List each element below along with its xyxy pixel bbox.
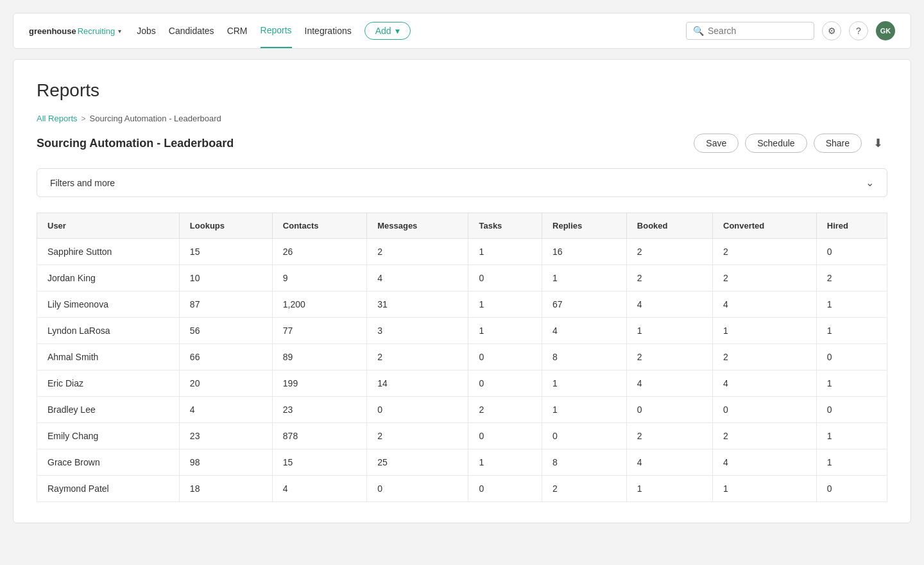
table-row: Grace Brown98152518441 — [37, 449, 887, 476]
col-user: User — [37, 213, 180, 239]
help-button[interactable]: ? — [849, 21, 868, 40]
cell-1-1: 10 — [179, 265, 272, 291]
cell-9-1: 18 — [179, 476, 272, 502]
logo-greenhouse-text: greenhouse — [29, 26, 76, 36]
cell-3-3: 3 — [367, 318, 468, 344]
nav-link-crm[interactable]: CRM — [227, 14, 248, 48]
cell-1-7: 2 — [713, 265, 817, 291]
report-header: Sourcing Automation - Leaderboard Save S… — [37, 134, 887, 153]
filters-panel[interactable]: Filters and more ⌄ — [37, 168, 887, 197]
add-button[interactable]: Add ▾ — [364, 22, 411, 40]
cell-2-4: 1 — [468, 291, 542, 318]
cell-3-2: 77 — [272, 318, 366, 344]
cell-9-0: Raymond Patel — [37, 476, 180, 502]
col-tasks: Tasks — [468, 213, 542, 239]
page-title: Reports — [37, 80, 887, 101]
cell-2-1: 87 — [179, 291, 272, 318]
cell-7-3: 2 — [367, 423, 468, 449]
cell-8-1: 98 — [179, 449, 272, 476]
cell-4-5: 8 — [542, 344, 627, 370]
data-table: User Lookups Contacts Messages Tasks Rep… — [37, 213, 887, 502]
cell-8-7: 4 — [713, 449, 817, 476]
cell-1-2: 9 — [272, 265, 366, 291]
col-hired: Hired — [816, 213, 887, 239]
page-wrapper: greenhouse Recruiting ▾ Jobs Candidates … — [0, 0, 924, 565]
cell-3-1: 56 — [179, 318, 272, 344]
cell-0-6: 2 — [626, 239, 712, 265]
cell-4-7: 2 — [713, 344, 817, 370]
cell-1-4: 0 — [468, 265, 542, 291]
cell-1-3: 4 — [367, 265, 468, 291]
table-row: Lyndon LaRosa5677314111 — [37, 318, 887, 344]
cell-3-0: Lyndon LaRosa — [37, 318, 180, 344]
cell-4-8: 0 — [816, 344, 887, 370]
cell-7-6: 2 — [626, 423, 712, 449]
help-icon: ? — [856, 26, 861, 36]
cell-8-6: 4 — [626, 449, 712, 476]
cell-8-4: 1 — [468, 449, 542, 476]
cell-6-2: 23 — [272, 397, 366, 423]
cell-8-2: 15 — [272, 449, 366, 476]
nav-link-candidates[interactable]: Candidates — [169, 14, 214, 48]
cell-7-4: 0 — [468, 423, 542, 449]
cell-8-3: 25 — [367, 449, 468, 476]
cell-5-2: 199 — [272, 370, 366, 397]
cell-4-0: Ahmal Smith — [37, 344, 180, 370]
cell-9-8: 0 — [816, 476, 887, 502]
cell-6-1: 4 — [179, 397, 272, 423]
cell-0-4: 1 — [468, 239, 542, 265]
table-row: Raymond Patel184002110 — [37, 476, 887, 502]
cell-6-4: 2 — [468, 397, 542, 423]
report-actions: Save Schedule Share ⬇ — [694, 134, 887, 153]
cell-6-8: 0 — [816, 397, 887, 423]
cell-1-5: 1 — [542, 265, 627, 291]
table-row: Lily Simeonova871,20031167441 — [37, 291, 887, 318]
nav-link-integrations[interactable]: Integrations — [305, 14, 352, 48]
breadcrumb-current: Sourcing Automation - Leaderboard — [90, 114, 221, 123]
cell-9-2: 4 — [272, 476, 366, 502]
save-button[interactable]: Save — [694, 134, 739, 153]
share-button[interactable]: Share — [814, 134, 862, 153]
cell-9-4: 0 — [468, 476, 542, 502]
cell-3-8: 1 — [816, 318, 887, 344]
cell-1-6: 2 — [626, 265, 712, 291]
cell-4-4: 0 — [468, 344, 542, 370]
cell-0-8: 0 — [816, 239, 887, 265]
cell-6-3: 0 — [367, 397, 468, 423]
cell-7-1: 23 — [179, 423, 272, 449]
settings-button[interactable]: ⚙ — [822, 21, 841, 40]
schedule-button[interactable]: Schedule — [745, 134, 807, 153]
cell-5-5: 1 — [542, 370, 627, 397]
cell-7-7: 2 — [713, 423, 817, 449]
settings-icon: ⚙ — [828, 26, 836, 36]
nav-logo[interactable]: greenhouse Recruiting ▾ — [29, 26, 121, 36]
cell-0-0: Sapphire Sutton — [37, 239, 180, 265]
nav-link-jobs[interactable]: Jobs — [137, 14, 156, 48]
search-input[interactable] — [708, 26, 807, 36]
cell-6-6: 0 — [626, 397, 712, 423]
table-row: Bradley Lee423021000 — [37, 397, 887, 423]
cell-6-5: 1 — [542, 397, 627, 423]
search-box[interactable]: 🔍 — [686, 22, 814, 40]
col-messages: Messages — [367, 213, 468, 239]
table-body: Sapphire Sutton15262116220Jordan King109… — [37, 239, 887, 502]
filters-chevron-icon: ⌄ — [866, 177, 874, 189]
nav-link-reports[interactable]: Reports — [261, 13, 292, 48]
cell-0-3: 2 — [367, 239, 468, 265]
cell-6-0: Bradley Lee — [37, 397, 180, 423]
cell-8-0: Grace Brown — [37, 449, 180, 476]
cell-7-2: 878 — [272, 423, 366, 449]
cell-5-4: 0 — [468, 370, 542, 397]
avatar[interactable]: GK — [876, 21, 895, 40]
breadcrumb-all-reports-link[interactable]: All Reports — [37, 114, 78, 123]
cell-2-3: 31 — [367, 291, 468, 318]
cell-4-3: 2 — [367, 344, 468, 370]
download-button[interactable]: ⬇ — [868, 134, 887, 153]
table-header-row: User Lookups Contacts Messages Tasks Rep… — [37, 213, 887, 239]
cell-0-7: 2 — [713, 239, 817, 265]
nav-bar: greenhouse Recruiting ▾ Jobs Candidates … — [13, 13, 911, 49]
col-contacts: Contacts — [272, 213, 366, 239]
cell-6-7: 0 — [713, 397, 817, 423]
cell-2-7: 4 — [713, 291, 817, 318]
table-row: Jordan King109401222 — [37, 265, 887, 291]
